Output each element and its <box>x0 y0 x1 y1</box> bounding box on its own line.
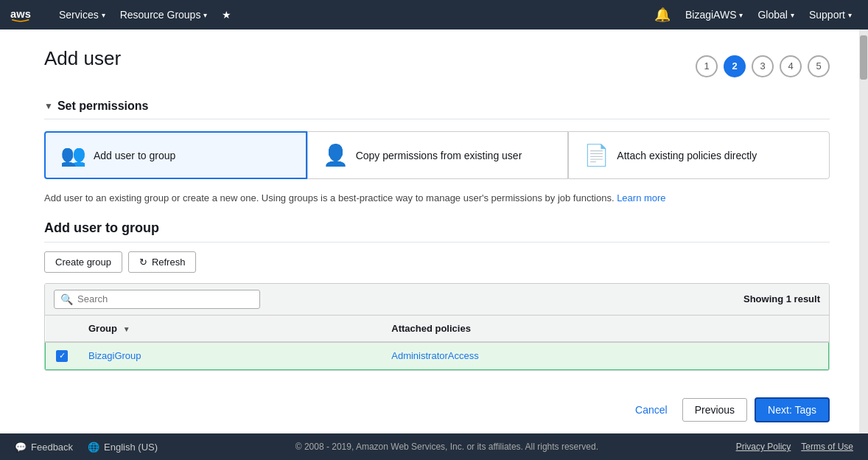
perm-card-add-user-group[interactable]: 👥 Add user to group <box>44 131 307 179</box>
group-name-cell: BizagiGroup <box>78 342 381 370</box>
language-item[interactable]: 🌐 English (US) <box>88 442 158 453</box>
refresh-icon: ↻ <box>139 257 147 268</box>
subsection-title: Add user to group <box>44 220 830 243</box>
set-permissions-section: ▼ Set permissions <box>44 100 830 119</box>
user-account-nav[interactable]: BizagiAWS ▾ <box>678 0 751 29</box>
scrollbar-track[interactable] <box>859 29 868 433</box>
groups-table: Group ▼ Attached policies ✓ <box>45 316 829 370</box>
region-caret-icon: ▾ <box>791 11 794 19</box>
section-caret-icon: ▼ <box>44 101 53 111</box>
language-icon: 🌐 <box>88 442 99 453</box>
support-caret-icon: ▾ <box>848 11 852 19</box>
row-checkbox[interactable]: ✓ <box>46 342 79 370</box>
bookmarks-nav[interactable]: ★ <box>214 0 239 29</box>
svg-text:aws: aws <box>10 8 31 20</box>
region-nav[interactable]: Global ▾ <box>750 0 801 29</box>
bookmark-icon: ★ <box>222 9 231 21</box>
result-count: Showing 1 result <box>743 293 820 304</box>
policy-link[interactable]: AdministratorAccess <box>391 350 478 361</box>
col-group[interactable]: Group ▼ <box>78 316 381 342</box>
permission-cards-group: 👥 Add user to group 👤 Copy permissions f… <box>44 131 830 179</box>
previous-button[interactable]: Previous <box>682 398 747 422</box>
terms-of-use-link[interactable]: Terms of Use <box>801 442 853 452</box>
services-caret-icon: ▾ <box>102 11 105 19</box>
footer-links: Privacy Policy Terms of Use <box>736 442 853 452</box>
cancel-button[interactable]: Cancel <box>628 400 675 420</box>
resource-groups-caret-icon: ▾ <box>203 11 207 19</box>
search-box[interactable]: 🔍 <box>54 290 260 309</box>
resource-groups-nav[interactable]: Resource Groups ▾ <box>113 0 215 29</box>
checkbox-checked-icon: ✓ <box>56 350 68 362</box>
step-1[interactable]: 1 <box>696 55 718 77</box>
perm-card-attach-policies[interactable]: 📄 Attach existing policies directly <box>568 131 830 179</box>
groups-table-container: 🔍 Showing 1 result Group ▼ Attached <box>44 283 830 371</box>
copy-permissions-icon: 👤 <box>323 143 349 167</box>
page-header: Add user 1 2 3 4 5 <box>44 47 830 85</box>
learn-more-link[interactable]: Learn more <box>617 192 665 203</box>
search-icon: 🔍 <box>60 293 73 305</box>
support-nav[interactable]: Support ▾ <box>802 0 859 29</box>
add-user-group-icon: 👥 <box>60 143 86 167</box>
footer-actions: Cancel Previous Next: Tags <box>44 386 830 434</box>
top-navigation: aws Services ▾ Resource Groups ▾ ★ 🔔 Biz… <box>0 0 868 29</box>
group-name-link[interactable]: BizagiGroup <box>88 350 141 361</box>
create-group-button[interactable]: Create group <box>44 251 122 273</box>
privacy-policy-link[interactable]: Privacy Policy <box>736 442 791 452</box>
group-sort-icon: ▼ <box>123 325 130 333</box>
aws-logo[interactable]: aws <box>9 4 40 25</box>
action-buttons: Create group ↻ Refresh <box>44 251 830 273</box>
step-3[interactable]: 3 <box>752 55 774 77</box>
policies-cell: AdministratorAccess <box>381 342 828 370</box>
perm-card-copy-permissions[interactable]: 👤 Copy permissions from existing user <box>307 131 569 179</box>
step-4[interactable]: 4 <box>780 55 802 77</box>
user-caret-icon: ▾ <box>739 11 743 19</box>
feedback-icon: 💬 <box>15 442 27 453</box>
step-indicator: 1 2 3 4 5 <box>696 55 830 77</box>
search-input[interactable] <box>77 293 253 304</box>
description-text: Add user to an existing group or create … <box>44 191 830 206</box>
feedback-item[interactable]: 💬 Feedback <box>15 442 73 453</box>
table-toolbar: 🔍 Showing 1 result <box>45 284 829 316</box>
refresh-button[interactable]: ↻ Refresh <box>128 251 197 273</box>
bottom-bar: 💬 Feedback 🌐 English (US) © 2008 - 2019,… <box>0 433 868 460</box>
main-content: Add user 1 2 3 4 5 ▼ Set permissions 👥 A… <box>0 29 859 433</box>
services-nav[interactable]: Services ▾ <box>52 0 113 29</box>
step-5[interactable]: 5 <box>808 55 830 77</box>
copy-permissions-label: Copy permissions from existing user <box>356 150 522 161</box>
step-2[interactable]: 2 <box>724 55 746 77</box>
col-policies: Attached policies <box>381 316 828 342</box>
copyright-text: © 2008 - 2019, Amazon Web Services, Inc.… <box>172 442 721 452</box>
add-user-group-label: Add user to group <box>94 150 175 161</box>
notifications-bell-icon[interactable]: 🔔 <box>647 7 678 23</box>
col-checkbox <box>46 316 79 342</box>
table-row[interactable]: ✓ BizagiGroup AdministratorAccess <box>46 342 829 370</box>
attach-policies-icon: 📄 <box>584 143 609 167</box>
scrollbar-thumb[interactable] <box>860 35 867 80</box>
attach-policies-label: Attach existing policies directly <box>617 150 757 161</box>
page-title: Add user <box>44 47 121 70</box>
next-tags-button[interactable]: Next: Tags <box>755 397 830 422</box>
